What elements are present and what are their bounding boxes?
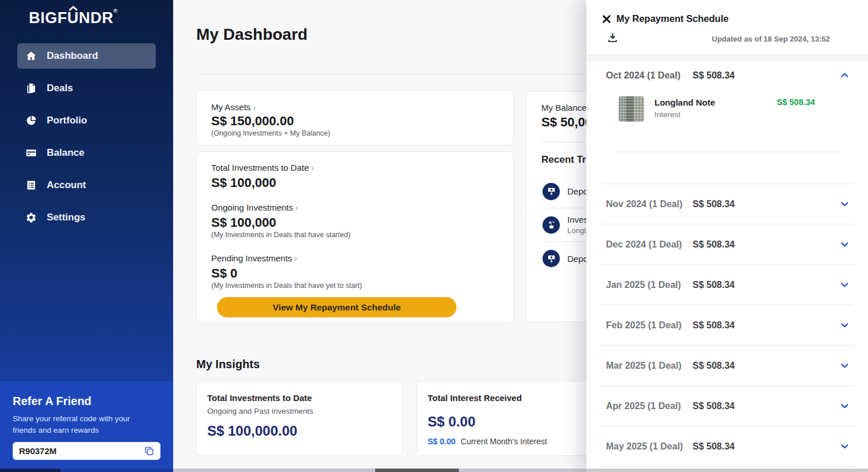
deposit-icon bbox=[542, 183, 560, 200]
sidebar-item-account[interactable]: Account bbox=[17, 173, 156, 198]
schedule-row[interactable]: Feb 2025 (1 Deal) S$ 508.34 bbox=[600, 305, 854, 346]
my-assets-caption: (Ongoing Investments + My Balance) bbox=[211, 129, 330, 137]
registered-mark: ® bbox=[114, 8, 118, 14]
my-insights-title: My Insights bbox=[196, 358, 260, 371]
schedule-month: Jan 2025 (1 Deal) bbox=[606, 280, 693, 290]
horizontal-scrollbar[interactable] bbox=[0, 469, 868, 472]
referral-code-box[interactable]: R90372M bbox=[13, 442, 160, 460]
deal-payment-type: Interest bbox=[654, 110, 715, 119]
sidebar-item-settings[interactable]: Settings bbox=[17, 205, 156, 230]
my-assets-card: My Assets› S$ 150,000.00 (Ongoing Invest… bbox=[196, 90, 514, 145]
panel-title: My Repayment Schedule bbox=[616, 13, 728, 24]
total-investments-link[interactable]: Total Investments to Date› bbox=[211, 163, 314, 173]
pending-investments-link[interactable]: Pending Investments› bbox=[211, 253, 297, 263]
sidebar-item-portfolio[interactable]: Portfolio bbox=[17, 108, 156, 133]
pending-investments-caption: (My Investments in Deals that have yet t… bbox=[211, 282, 362, 290]
deposit-icon bbox=[542, 250, 560, 267]
schedule-month: Feb 2025 (1 Deal) bbox=[606, 320, 693, 331]
scrollbar-thumb[interactable] bbox=[375, 469, 459, 472]
deal-name: Longland Note bbox=[654, 98, 715, 107]
deal-row[interactable]: Longland Note Interest S$ 508.34 bbox=[619, 96, 854, 131]
ongoing-investments-caption: (My Investments in Deals that have start… bbox=[211, 231, 350, 239]
insight-title: Total Investments to Date bbox=[207, 393, 312, 403]
panel-header-divider bbox=[586, 54, 868, 62]
schedule-amount: S$ 508.34 bbox=[693, 401, 735, 411]
close-icon[interactable] bbox=[601, 14, 612, 24]
my-assets-value: S$ 150,000.00 bbox=[211, 114, 294, 129]
chevron-right-icon: › bbox=[294, 254, 297, 263]
chevron-down-icon[interactable] bbox=[840, 441, 850, 451]
schedule-month: Oct 2024 (1 Deal) bbox=[606, 70, 693, 81]
schedule-row[interactable]: Mar 2025 (1 Deal) S$ 508.34 bbox=[600, 346, 854, 386]
chevron-right-icon: › bbox=[253, 103, 256, 112]
gear-icon bbox=[25, 212, 37, 223]
schedule-row-expanded[interactable]: Oct 2024 (1 Deal) S$ 508.34 bbox=[600, 62, 854, 89]
chevron-right-icon: › bbox=[311, 163, 314, 173]
sidebar-nav: Dashboard Deals Portfolio Balance Accoun… bbox=[17, 43, 156, 237]
roof-icon bbox=[68, 6, 78, 11]
sidebar-item-label: Settings bbox=[47, 212, 85, 223]
investments-card: Total Investments to Date› S$ 100,000 On… bbox=[196, 151, 514, 323]
schedule-amount: S$ 508.34 bbox=[693, 70, 735, 81]
my-assets-link[interactable]: My Assets› bbox=[211, 102, 256, 112]
schedule-row[interactable]: Jan 2025 (1 Deal) S$ 508.34 bbox=[600, 265, 854, 305]
sidebar-item-balance[interactable]: Balance bbox=[17, 140, 156, 166]
credit-card-icon bbox=[25, 147, 37, 159]
chevron-down-icon[interactable] bbox=[840, 320, 850, 330]
brand-logo: BIGFUNDR® bbox=[29, 9, 118, 27]
home-icon bbox=[25, 50, 37, 62]
deals-icon bbox=[25, 83, 37, 94]
schedule-month: Dec 2024 (1 Deal) bbox=[606, 239, 693, 250]
current-month-interest-label: Current Month's Interest bbox=[461, 437, 547, 446]
schedule-month: Apr 2025 (1 Deal) bbox=[606, 401, 693, 411]
logo-house-u: U bbox=[68, 9, 79, 27]
sidebar-item-dashboard[interactable]: Dashboard bbox=[17, 43, 156, 69]
total-investments-value: S$ 100,000 bbox=[211, 175, 276, 190]
my-balance-link[interactable]: My Balance bbox=[541, 103, 586, 113]
schedule-month: Nov 2024 (1 Deal) bbox=[606, 199, 693, 209]
schedule-amount: S$ 508.34 bbox=[693, 441, 735, 452]
schedule-row[interactable]: Nov 2024 (1 Deal) S$ 508.34 bbox=[600, 184, 854, 224]
chevron-down-icon[interactable] bbox=[840, 361, 850, 370]
sidebar-item-deals[interactable]: Deals bbox=[17, 76, 156, 101]
invest-icon: $ bbox=[542, 216, 560, 234]
schedule-amount: S$ 508.34 bbox=[693, 280, 735, 290]
download-icon[interactable] bbox=[607, 32, 618, 43]
account-icon bbox=[25, 179, 37, 191]
chevron-down-icon[interactable] bbox=[840, 199, 850, 209]
schedule-row[interactable]: Dec 2024 (1 Deal) S$ 508.34 bbox=[600, 224, 854, 265]
chevron-down-icon[interactable] bbox=[840, 239, 850, 249]
scrollbar-thumb[interactable] bbox=[0, 469, 61, 472]
insight-subtitle: Ongoing and Past investments bbox=[207, 407, 313, 415]
insight-value: S$ 100,000.00 bbox=[207, 423, 297, 439]
chevron-down-icon[interactable] bbox=[840, 280, 850, 290]
ongoing-investments-value: S$ 100,000 bbox=[211, 215, 276, 230]
sidebar-item-label: Dashboard bbox=[47, 50, 98, 62]
chevron-down-icon[interactable] bbox=[840, 401, 850, 411]
repayment-schedule-panel: My Repayment Schedule Updated as of 18 S… bbox=[586, 0, 868, 472]
schedule-amount: S$ 508.34 bbox=[693, 199, 735, 209]
sidebar-item-label: Deals bbox=[47, 83, 73, 94]
chevron-right-icon: › bbox=[295, 203, 298, 212]
chevron-up-icon[interactable] bbox=[840, 70, 850, 80]
refer-description: Share your referral code with your frien… bbox=[13, 413, 145, 436]
page-title: My Dashboard bbox=[196, 25, 308, 44]
sidebar-item-label: Balance bbox=[47, 147, 84, 159]
insight-title: Total Interest Received bbox=[428, 393, 522, 403]
logo-text: BIGF bbox=[29, 9, 68, 27]
schedule-row[interactable]: Apr 2025 (1 Deal) S$ 508.34 bbox=[600, 386, 854, 426]
refer-a-friend-panel: Refer A Friend Share your referral code … bbox=[0, 381, 173, 469]
ongoing-investments-link[interactable]: Ongoing Investments› bbox=[211, 203, 298, 212]
deal-thumbnail-image bbox=[619, 96, 644, 122]
schedule-list: Oct 2024 (1 Deal) S$ 508.34 Longland Not… bbox=[600, 62, 854, 467]
sidebar-item-label: Account bbox=[47, 179, 86, 191]
schedule-row[interactable]: May 2025 (1 Deal) S$ 508.34 bbox=[600, 426, 854, 467]
copy-icon[interactable] bbox=[144, 445, 155, 456]
sidebar-item-label: Portfolio bbox=[47, 115, 87, 126]
deal-amount: S$ 508.34 bbox=[777, 98, 815, 107]
pending-investments-value: S$ 0 bbox=[211, 266, 237, 281]
view-repayment-schedule-button[interactable]: View My Repayment Schedule bbox=[217, 297, 457, 317]
insight-card-total-investments: Total Investments to Date Ongoing and Pa… bbox=[196, 381, 403, 456]
schedule-amount: S$ 508.34 bbox=[693, 239, 735, 250]
schedule-amount: S$ 508.34 bbox=[693, 361, 735, 371]
